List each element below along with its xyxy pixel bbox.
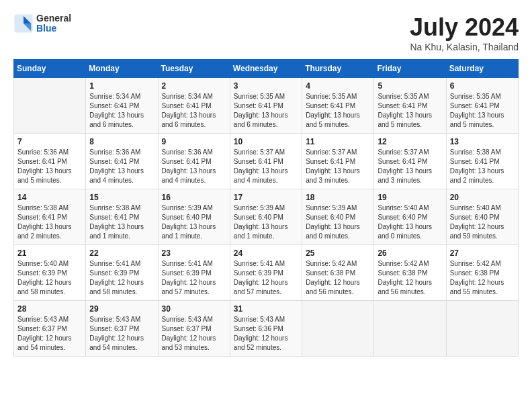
day-info: Sunrise: 5:36 AMSunset: 6:41 PMDaylight:… — [162, 148, 226, 185]
day-number: 17 — [234, 193, 298, 202]
calendar-cell: 23Sunrise: 5:41 AMSunset: 6:39 PMDayligh… — [158, 245, 230, 301]
day-number: 14 — [17, 193, 82, 202]
day-number: 5 — [378, 81, 442, 91]
day-info: Sunrise: 5:42 AMSunset: 6:38 PMDaylight:… — [306, 259, 370, 297]
logo-blue: Blue — [36, 24, 71, 34]
day-info: Sunrise: 5:43 AMSunset: 6:37 PMDaylight:… — [162, 315, 226, 353]
day-info: Sunrise: 5:42 AMSunset: 6:38 PMDaylight:… — [378, 259, 442, 297]
calendar-cell: 26Sunrise: 5:42 AMSunset: 6:38 PMDayligh… — [374, 245, 446, 301]
calendar-cell: 17Sunrise: 5:39 AMSunset: 6:40 PMDayligh… — [230, 189, 302, 245]
day-info: Sunrise: 5:35 AMSunset: 6:41 PMDaylight:… — [234, 92, 298, 130]
calendar-cell: 4Sunrise: 5:35 AMSunset: 6:41 PMDaylight… — [302, 78, 374, 134]
page-header: General Blue July 2024 Na Khu, Kalasin, … — [13, 13, 519, 52]
calendar-cell: 9Sunrise: 5:36 AMSunset: 6:41 PMDaylight… — [158, 134, 230, 189]
calendar-cell: 10Sunrise: 5:37 AMSunset: 6:41 PMDayligh… — [230, 134, 302, 189]
day-info: Sunrise: 5:38 AMSunset: 6:41 PMDaylight:… — [89, 203, 154, 241]
day-info: Sunrise: 5:43 AMSunset: 6:37 PMDaylight:… — [17, 315, 82, 353]
month-title: July 2024 — [410, 13, 519, 42]
day-number: 4 — [306, 81, 370, 91]
day-number: 20 — [450, 193, 515, 202]
day-info: Sunrise: 5:35 AMSunset: 6:41 PMDaylight:… — [306, 92, 370, 130]
day-number: 6 — [450, 81, 515, 91]
day-number: 11 — [306, 137, 370, 146]
calendar-cell: 29Sunrise: 5:43 AMSunset: 6:37 PMDayligh… — [86, 301, 158, 357]
calendar-table: SundayMondayTuesdayWednesdayThursdayFrid… — [13, 59, 519, 357]
calendar-cell: 15Sunrise: 5:38 AMSunset: 6:41 PMDayligh… — [86, 189, 158, 245]
calendar-cell — [446, 301, 518, 357]
calendar-cell: 19Sunrise: 5:40 AMSunset: 6:40 PMDayligh… — [374, 189, 446, 245]
day-info: Sunrise: 5:34 AMSunset: 6:41 PMDaylight:… — [162, 92, 226, 130]
logo-icon — [13, 13, 34, 34]
calendar-cell: 31Sunrise: 5:43 AMSunset: 6:36 PMDayligh… — [230, 301, 302, 357]
day-info: Sunrise: 5:38 AMSunset: 6:41 PMDaylight:… — [450, 148, 515, 185]
day-number: 3 — [234, 81, 298, 91]
calendar-cell: 5Sunrise: 5:35 AMSunset: 6:41 PMDaylight… — [374, 78, 446, 134]
calendar-cell: 22Sunrise: 5:41 AMSunset: 6:39 PMDayligh… — [86, 245, 158, 301]
location: Na Khu, Kalasin, Thailand — [410, 42, 519, 52]
day-number: 23 — [162, 248, 226, 258]
calendar-cell: 14Sunrise: 5:38 AMSunset: 6:41 PMDayligh… — [14, 189, 86, 245]
day-number: 29 — [89, 304, 154, 314]
day-info: Sunrise: 5:40 AMSunset: 6:40 PMDaylight:… — [450, 203, 515, 241]
day-info: Sunrise: 5:42 AMSunset: 6:38 PMDaylight:… — [450, 259, 515, 297]
calendar-week-row: 1Sunrise: 5:34 AMSunset: 6:41 PMDaylight… — [14, 78, 519, 134]
day-number: 10 — [234, 137, 298, 146]
day-info: Sunrise: 5:37 AMSunset: 6:41 PMDaylight:… — [234, 148, 298, 185]
calendar-cell: 8Sunrise: 5:36 AMSunset: 6:41 PMDaylight… — [86, 134, 158, 189]
day-info: Sunrise: 5:39 AMSunset: 6:40 PMDaylight:… — [162, 203, 226, 241]
day-number: 18 — [306, 193, 370, 202]
day-info: Sunrise: 5:43 AMSunset: 6:36 PMDaylight:… — [234, 315, 298, 353]
day-info: Sunrise: 5:39 AMSunset: 6:40 PMDaylight:… — [234, 203, 298, 241]
calendar-cell: 28Sunrise: 5:43 AMSunset: 6:37 PMDayligh… — [14, 301, 86, 357]
day-number: 1 — [89, 81, 154, 91]
day-info: Sunrise: 5:39 AMSunset: 6:40 PMDaylight:… — [306, 203, 370, 241]
day-number: 28 — [17, 304, 82, 314]
calendar-cell: 12Sunrise: 5:37 AMSunset: 6:41 PMDayligh… — [374, 134, 446, 189]
weekday-header-row: SundayMondayTuesdayWednesdayThursdayFrid… — [14, 60, 519, 78]
weekday-header: Wednesday — [230, 60, 302, 78]
day-info: Sunrise: 5:36 AMSunset: 6:41 PMDaylight:… — [17, 148, 82, 185]
day-info: Sunrise: 5:41 AMSunset: 6:39 PMDaylight:… — [162, 259, 226, 297]
calendar-cell: 7Sunrise: 5:36 AMSunset: 6:41 PMDaylight… — [14, 134, 86, 189]
day-number: 22 — [89, 248, 154, 258]
day-info: Sunrise: 5:34 AMSunset: 6:41 PMDaylight:… — [89, 92, 154, 130]
day-number: 8 — [89, 137, 154, 146]
calendar-cell: 20Sunrise: 5:40 AMSunset: 6:40 PMDayligh… — [446, 189, 518, 245]
day-number: 12 — [378, 137, 442, 146]
calendar-cell: 11Sunrise: 5:37 AMSunset: 6:41 PMDayligh… — [302, 134, 374, 189]
day-number: 2 — [162, 81, 226, 91]
day-number: 19 — [378, 193, 442, 202]
day-info: Sunrise: 5:35 AMSunset: 6:41 PMDaylight:… — [378, 92, 442, 130]
day-number: 27 — [450, 248, 515, 258]
calendar-cell — [374, 301, 446, 357]
calendar-cell: 1Sunrise: 5:34 AMSunset: 6:41 PMDaylight… — [86, 78, 158, 134]
day-info: Sunrise: 5:41 AMSunset: 6:39 PMDaylight:… — [234, 259, 298, 297]
calendar-cell — [14, 78, 86, 134]
logo: General Blue — [13, 13, 71, 34]
calendar-cell: 30Sunrise: 5:43 AMSunset: 6:37 PMDayligh… — [158, 301, 230, 357]
day-number: 31 — [234, 304, 298, 314]
day-info: Sunrise: 5:36 AMSunset: 6:41 PMDaylight:… — [89, 148, 154, 185]
day-info: Sunrise: 5:40 AMSunset: 6:39 PMDaylight:… — [17, 259, 82, 297]
calendar-cell: 24Sunrise: 5:41 AMSunset: 6:39 PMDayligh… — [230, 245, 302, 301]
calendar-week-row: 21Sunrise: 5:40 AMSunset: 6:39 PMDayligh… — [14, 245, 519, 301]
weekday-header: Tuesday — [158, 60, 230, 78]
weekday-header: Friday — [374, 60, 446, 78]
calendar-week-row: 14Sunrise: 5:38 AMSunset: 6:41 PMDayligh… — [14, 189, 519, 245]
logo-general: General — [36, 13, 71, 24]
weekday-header: Saturday — [446, 60, 518, 78]
day-info: Sunrise: 5:41 AMSunset: 6:39 PMDaylight:… — [89, 259, 154, 297]
day-number: 7 — [17, 137, 82, 146]
day-number: 21 — [17, 248, 82, 258]
day-number: 30 — [162, 304, 226, 314]
calendar-cell: 2Sunrise: 5:34 AMSunset: 6:41 PMDaylight… — [158, 78, 230, 134]
weekday-header: Monday — [86, 60, 158, 78]
calendar-cell: 13Sunrise: 5:38 AMSunset: 6:41 PMDayligh… — [446, 134, 518, 189]
day-info: Sunrise: 5:38 AMSunset: 6:41 PMDaylight:… — [17, 203, 82, 241]
day-number: 26 — [378, 248, 442, 258]
calendar-cell: 18Sunrise: 5:39 AMSunset: 6:40 PMDayligh… — [302, 189, 374, 245]
calendar-cell: 6Sunrise: 5:35 AMSunset: 6:41 PMDaylight… — [446, 78, 518, 134]
calendar-cell: 21Sunrise: 5:40 AMSunset: 6:39 PMDayligh… — [14, 245, 86, 301]
day-info: Sunrise: 5:40 AMSunset: 6:40 PMDaylight:… — [378, 203, 442, 241]
day-number: 13 — [450, 137, 515, 146]
